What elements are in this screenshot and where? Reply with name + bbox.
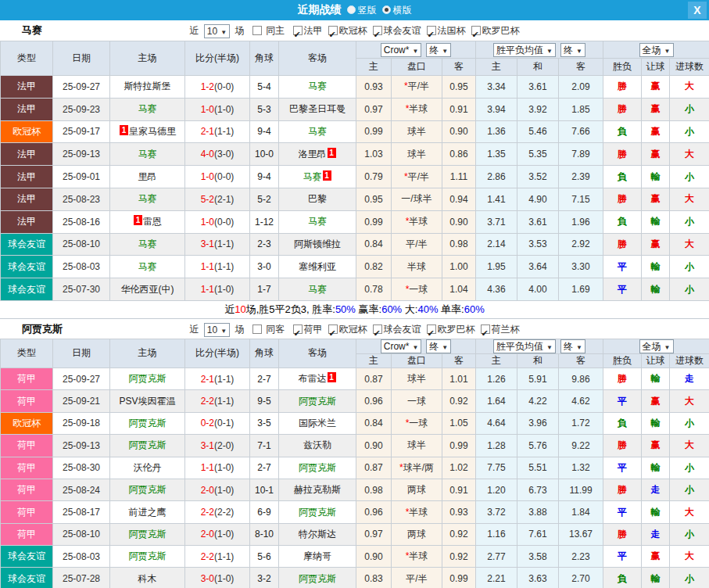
away-team-cell: 阿贾克斯 [279,457,356,479]
mean-home-odds: 3.94 [476,98,517,120]
near-label: 近 [190,25,199,36]
away-team-cell: 阿贾克斯 [279,390,356,412]
dropdown-arrow-icon: ▼ [220,29,227,36]
red-card-badge: 1 [120,125,128,135]
handicap-line: *一球 [392,278,442,301]
mean-draw-odds: 3.64 [517,256,559,278]
league-checkbox[interactable] [481,324,490,334]
league-checkbox[interactable] [471,26,481,35]
handicap-away-odds: 0.98 [442,233,476,256]
mean-draw-odds: 4.90 [517,188,559,210]
fulltime-score: 3-1 [201,238,214,249]
close-button[interactable]: X [688,2,707,19]
team-label: 阿贾克斯 [299,507,336,518]
same-venue-checkbox[interactable] [252,324,262,334]
home-team-cell: 马赛 [110,98,185,120]
home-team-cell: 斯特拉斯堡 [110,76,185,99]
home-team-cell: 阿贾克斯 [110,479,185,500]
league-checkbox-label: 欧冠杯 [339,25,367,36]
result-group-header: 全场▼ [603,41,709,59]
same-venue-checkbox[interactable] [252,26,262,35]
home-team-cell: 华伦西亚(中) [110,278,185,301]
league-checkbox[interactable] [427,26,436,35]
type-cell: 荷甲 [1,501,53,523]
mean-home-odds: 4.64 [476,412,517,434]
mean-select[interactable]: 胜平负均值▼ [493,339,556,353]
away-team-cell: 马赛 [279,210,356,233]
result-goals: 小 [670,457,709,479]
score-cell: 1-1(1-0) [185,457,250,479]
dropdown-arrow-icon: ▼ [220,328,227,335]
dropdown-arrow-icon: ▼ [576,344,582,351]
result-winloss: 負 [603,166,642,188]
league-checkbox[interactable] [427,324,436,334]
mean-draw-odds: 3.61 [517,76,559,99]
results-table: 类型 日期 主场 比分(半场) 角球 客场 Crow*▼ 终▼ 胜平负均值▼ 终… [0,41,709,301]
match-row: 球会友谊25-08-03阿贾克斯2-2(1-1)5-6摩纳哥0.90*半球0.9… [1,546,709,568]
halftime-score: (2-2) [214,507,234,518]
red-card-badge: 1 [328,148,336,158]
final-mean-select[interactable]: 终▼ [560,43,585,57]
league-checkbox[interactable] [328,26,338,35]
result-handicap: 赢 [642,120,670,143]
col-corner: 角球 [250,41,279,76]
fulltime-score: 2-2 [201,507,214,518]
early-odds-star-icon: * [406,103,410,114]
score-cell: 1-1(1-1) [185,256,250,278]
home-team-cell: 阿贾克斯 [110,546,185,568]
match-row: 荷甲25-08-17前进之鹰2-2(2-2)6-9阿贾克斯0.96*半球0.93… [1,501,709,523]
subcol-winloss: 胜负 [603,59,642,76]
match-count-select[interactable]: 10▼ [204,24,230,38]
layout-radio[interactable] [382,5,391,14]
corner-cell: 5-2 [250,188,279,210]
league-checkbox[interactable] [328,324,338,334]
type-cell: 荷甲 [1,435,53,457]
team-label: 阿斯顿维拉 [294,238,341,249]
league-checkbox-label: 球会友谊 [384,25,421,36]
team-label: 阿贾克斯 [129,439,167,450]
team-label: 马赛 [138,193,157,204]
halftime-score: (1-0) [214,284,234,295]
bookmaker-select[interactable]: Crow*▼ [381,43,422,57]
mean-away-odds: 7.15 [559,188,603,210]
final-odds-select[interactable]: 终▼ [426,43,451,57]
match-row: 球会友谊25-07-28科木3-0(1-0)3-2阿贾克斯0.83平/半0.99… [1,568,709,588]
mean-draw-odds: 3.96 [517,412,559,434]
away-team-cell: 马赛 [279,76,356,99]
handicap-away-odds: 0.99 [442,435,476,457]
type-cell: 荷甲 [1,479,53,500]
mean-draw-odds: 3.92 [517,98,559,120]
dropdown-arrow-icon: ▼ [442,344,448,351]
match-row: 荷甲25-08-30沃伦丹1-1(1-0)2-7阿贾克斯0.87*球半/两1.0… [1,457,709,479]
result-winloss: 負 [603,412,642,434]
handicap-line: 球半 [392,368,442,389]
fulltime-score: 1-0 [201,171,214,182]
results-body: 荷甲25-09-27阿贾克斯2-1(1-1)2-7布雷达10.87球半1.011… [1,368,709,588]
league-checkbox[interactable] [293,26,303,35]
scope-select[interactable]: 全场▼ [639,43,674,57]
mean-away-odds: 4.62 [559,390,603,412]
league-checkbox[interactable] [293,324,303,334]
filter-bar: 近 10▼ 场 同客 荷甲欧冠杯球会友谊欧罗巴杯荷兰杯 [0,319,709,339]
table-header: 类型 日期 主场 比分(半场) 角球 客场 Crow*▼ 终▼ 胜平负均值▼ 终… [1,339,709,368]
final-mean-select[interactable]: 终▼ [560,339,585,353]
mean-away-odds: 2.39 [559,166,603,188]
result-goals: 小 [670,479,709,500]
league-checkbox-label: 法甲 [304,25,323,36]
bookmaker-select[interactable]: Crow*▼ [381,339,422,353]
subcol-mean-draw: 和 [517,59,559,76]
league-checkbox[interactable] [373,324,382,334]
handicap-home-odds: 0.87 [356,457,392,479]
filter-bar: 近 10▼ 场 同主 法甲欧冠杯球会友谊法国杯欧罗巴杯 [0,20,709,41]
handicap-line: 两球 [392,523,442,545]
date-cell: 25-09-21 [53,390,110,412]
mean-select[interactable]: 胜平负均值▼ [493,43,556,57]
layout-radio[interactable] [347,5,356,14]
fulltime-score: 1-1 [201,261,214,272]
dropdown-arrow-icon: ▼ [546,344,553,351]
league-checkbox[interactable] [373,26,382,35]
scope-select[interactable]: 全场▼ [639,339,674,353]
result-handicap: 赢 [642,390,670,412]
mean-draw-odds: 5.35 [517,143,559,166]
match-count-select[interactable]: 10▼ [204,323,230,337]
